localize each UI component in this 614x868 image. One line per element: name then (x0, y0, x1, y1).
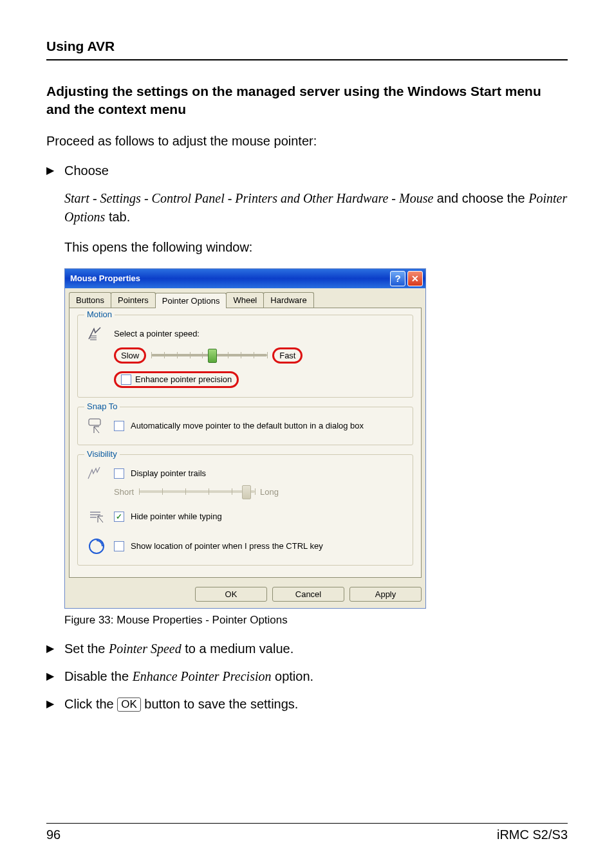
step-text: Disable the (64, 669, 133, 683)
tab-panel: Motion Select a pointer speed: Slow (69, 308, 422, 578)
fast-label: Fast (279, 351, 295, 360)
slow-highlight: Slow (114, 347, 146, 364)
tab-wheel[interactable]: Wheel (226, 292, 264, 308)
group-motion: Motion Select a pointer speed: Slow (77, 315, 413, 398)
group-snap-to: Snap To Automatically move pointer to th… (77, 407, 413, 445)
path-tail: and choose the (433, 191, 528, 205)
figure-caption: Figure 33: Mouse Properties - Pointer Op… (64, 614, 568, 627)
pointer-trails-label: Display pointer trails (131, 468, 206, 478)
bullet-marker: ▶ (46, 640, 64, 658)
step-italic: Enhance Pointer Precision (133, 669, 272, 683)
svg-point-1 (89, 539, 104, 553)
hide-typing-label: Hide pointer while typing (131, 512, 222, 521)
snap-to-icon (86, 416, 107, 436)
help-icon[interactable]: ? (390, 271, 405, 286)
header-rule (46, 59, 568, 60)
dialog-title: Mouse Properties (70, 273, 140, 283)
page-footer: 96 iRMC S2/S3 (46, 818, 568, 842)
snap-to-checkbox[interactable] (114, 421, 124, 431)
page-number: 96 (46, 827, 60, 842)
step-disable-enhance: Disable the Enhance Pointer Precision op… (64, 667, 568, 686)
bullet-marker: ▶ (46, 695, 64, 713)
trails-slider-thumb (242, 485, 251, 499)
hide-typing-icon (86, 507, 107, 526)
svg-rect-0 (89, 419, 100, 425)
step-click-ok: Click the OK button to save the settings… (64, 695, 568, 714)
group-visibility: Visibility Display pointer trails Short … (77, 454, 413, 566)
enhance-precision-label: Enhance pointer precision (135, 374, 232, 384)
ctrl-location-label: Show location of pointer when I press th… (131, 541, 323, 551)
close-icon[interactable]: ✕ (407, 271, 423, 286)
step-text: to a medium value. (181, 642, 294, 656)
ok-key: OK (117, 697, 141, 712)
step-text: Click the (64, 697, 117, 711)
step-text: button to save the settings. (141, 697, 299, 711)
legend-visibility: Visibility (84, 449, 120, 459)
tab-buttons[interactable]: Buttons (69, 292, 111, 308)
enhance-precision-checkbox[interactable] (121, 374, 131, 385)
short-label: Short (114, 487, 134, 497)
subheading: Adjusting the settings on the managed se… (46, 82, 568, 119)
titlebar[interactable]: Mouse Properties ? ✕ (65, 269, 425, 288)
enhance-highlight: Enhance pointer precision (114, 371, 239, 388)
path-tail2: tab. (105, 210, 130, 224)
tab-pointers[interactable]: Pointers (111, 292, 156, 308)
snap-to-label: Automatically move pointer to the defaul… (131, 421, 364, 430)
step-set-speed: Set the Pointer Speed to a medium value. (64, 640, 568, 658)
long-label: Long (260, 487, 279, 497)
slow-label: Slow (121, 351, 139, 360)
trails-slider (139, 490, 255, 493)
dialog-button-row: OK Cancel Apply (65, 582, 425, 608)
pointer-trails-checkbox[interactable] (114, 468, 124, 479)
mouse-properties-dialog: Mouse Properties ? ✕ Buttons Pointers Po… (64, 268, 426, 609)
legend-snap: Snap To (84, 402, 120, 411)
pointer-speed-icon (86, 324, 107, 344)
footer-rule (46, 823, 568, 824)
choose-text: Choose (64, 162, 568, 180)
step-text: option. (272, 669, 314, 683)
bullet-marker: ▶ (46, 162, 64, 180)
fast-highlight: Fast (272, 347, 302, 364)
bullet-marker: ▶ (46, 667, 64, 685)
cancel-button[interactable]: Cancel (272, 587, 344, 602)
apply-button[interactable]: Apply (349, 587, 422, 602)
ctrl-location-icon (86, 537, 107, 556)
tab-pointer-options[interactable]: Pointer Options (155, 293, 227, 308)
tab-hardware[interactable]: Hardware (263, 292, 313, 308)
legend-motion: Motion (84, 309, 115, 319)
step-italic: Pointer Speed (109, 642, 181, 656)
speed-slider-thumb[interactable] (208, 349, 217, 363)
step-text: Set the (64, 642, 109, 656)
path-italic: Start - Settings - Control Panel - Print… (64, 191, 433, 205)
ok-button[interactable]: OK (195, 587, 267, 602)
intro-text: Proceed as follows to adjust the mouse p… (46, 132, 568, 150)
section-header: Using AVR (46, 39, 568, 54)
speed-slider[interactable] (151, 354, 267, 356)
doc-id: iRMC S2/S3 (497, 827, 568, 842)
pointer-trails-icon (86, 464, 107, 483)
opens-text: This opens the following window: (64, 238, 568, 257)
hide-typing-checkbox[interactable] (114, 512, 124, 522)
select-speed-label: Select a pointer speed: (114, 329, 200, 338)
path-instruction: Start - Settings - Control Panel - Print… (64, 189, 568, 226)
ctrl-location-checkbox[interactable] (114, 541, 124, 551)
tabstrip: Buttons Pointers Pointer Options Wheel H… (65, 288, 425, 308)
